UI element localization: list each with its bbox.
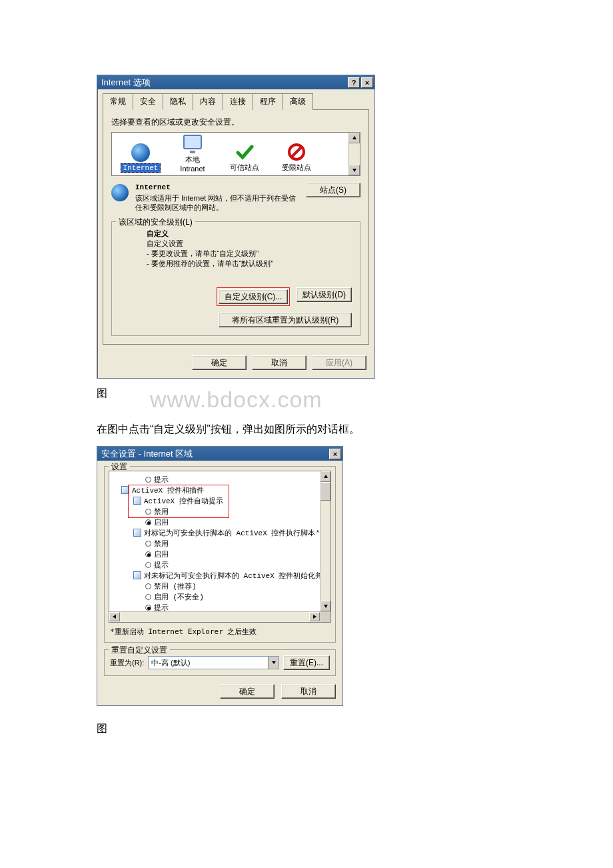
- reset-button[interactable]: 重置(E)...: [283, 655, 330, 670]
- dialog-title: Internet 选项: [101, 77, 346, 89]
- security-tab-panel: 选择要查看的区域或更改安全设置。 Internet 本地 Intranet 可信…: [103, 109, 369, 345]
- default-level-button[interactable]: 默认级别(D): [297, 287, 352, 302]
- radio-selected-icon: [145, 605, 151, 611]
- highlight-box: 自定义级别(C)...: [217, 287, 291, 306]
- ok-button[interactable]: 确定: [192, 355, 247, 370]
- dialog-button-row: 确定 取消: [104, 684, 336, 699]
- restricted-icon: [287, 143, 306, 161]
- radio-icon: [145, 541, 151, 547]
- tab-advanced[interactable]: 高级: [283, 93, 313, 110]
- group-icon: [121, 486, 129, 494]
- vertical-scrollbar[interactable]: [320, 471, 330, 611]
- radio-enable-unsafe[interactable]: 启用 (不安全): [109, 591, 330, 602]
- scroll-up-icon[interactable]: [320, 471, 330, 482]
- reset-custom-group: 重置自定义设置 重置为(R): 中-高 (默认) 重置(E)...: [104, 649, 336, 676]
- custom-level-button[interactable]: 自定义级别(C)...: [219, 289, 289, 304]
- zone-restricted-label: 受限站点: [282, 163, 311, 171]
- globe-icon: [111, 184, 129, 201]
- tab-content[interactable]: 内容: [193, 93, 223, 110]
- scroll-down-icon[interactable]: [320, 601, 330, 611]
- figure-caption-2: 图: [97, 722, 516, 736]
- security-settings-dialog: 安全设置 - Internet 区域 × 设置 提示 ActiveX 控件和插件…: [97, 446, 343, 706]
- reset-level-combo[interactable]: 中-高 (默认): [148, 656, 279, 669]
- radio-enable[interactable]: 启用: [109, 517, 330, 527]
- radio-icon: [145, 583, 151, 589]
- close-button[interactable]: ×: [361, 77, 373, 88]
- help-button[interactable]: ?: [348, 77, 360, 88]
- scroll-thumb[interactable]: [320, 482, 330, 501]
- cancel-button[interactable]: 取消: [281, 684, 336, 699]
- radio-icon: [145, 594, 151, 600]
- tab-security[interactable]: 安全: [133, 93, 163, 110]
- dialog-button-row: 确定 取消 应用(A): [97, 350, 374, 378]
- restart-note: *重新启动 Internet Explorer 之后生效: [110, 627, 330, 637]
- zone-desc-text: 该区域适用于 Internet 网站，但不适用于列在受信任和受限制区域中的网站。: [135, 193, 299, 212]
- radio-selected-icon: [145, 519, 151, 525]
- zone-list[interactable]: Internet 本地 Intranet 可信站点 受限站点: [111, 132, 360, 176]
- zone-intranet[interactable]: 本地 Intranet: [167, 133, 219, 173]
- settings-group: 设置 提示 ActiveX 控件和插件 ActiveX 控件自动提示 禁用 启用…: [104, 466, 336, 643]
- settings-tree[interactable]: 提示 ActiveX 控件和插件 ActiveX 控件自动提示 禁用 启用 对标…: [109, 471, 331, 623]
- internet-options-dialog: Internet 选项 ? × 常规 安全 隐私 内容 连接 程序 高级 选择要…: [97, 75, 375, 379]
- zone-description: Internet 该区域适用于 Internet 网站，但不适用于列在受信任和受…: [111, 183, 360, 212]
- radio-enable[interactable]: 启用: [109, 549, 330, 559]
- zone-restricted[interactable]: 受限站点: [271, 143, 322, 173]
- sites-button[interactable]: 站点(S): [306, 183, 360, 197]
- cancel-button[interactable]: 取消: [252, 355, 306, 370]
- scroll-corner: [320, 612, 330, 622]
- custom-level-text: 自定义 自定义设置 - 要更改设置，请单击“自定义级别” - 要使用推荐的设置，…: [147, 229, 352, 269]
- zone-intranet-label: 本地 Intranet: [180, 155, 205, 173]
- zone-trusted-label: 可信站点: [230, 163, 259, 171]
- apply-button[interactable]: 应用(A): [312, 355, 366, 370]
- dialog-title: 安全设置 - Internet 区域: [101, 448, 328, 460]
- chevron-down-icon[interactable]: [268, 657, 279, 669]
- radio-icon: [145, 509, 151, 515]
- titlebar: Internet 选项 ? ×: [97, 75, 374, 89]
- scroll-left-icon[interactable]: [109, 612, 120, 621]
- ok-button[interactable]: 确定: [220, 684, 275, 699]
- zone-internet-label: Internet: [121, 163, 161, 173]
- zone-select-label: 选择要查看的区域或更改安全设置。: [111, 117, 360, 128]
- custom-subtitle: 自定义设置: [147, 239, 352, 249]
- security-level-legend: 该区域的安全级别(L): [116, 217, 195, 228]
- group-icon: [133, 529, 141, 537]
- radio-prompt[interactable]: 提示: [109, 559, 330, 570]
- radio-icon: [145, 477, 151, 483]
- zone-desc-title: Internet: [135, 183, 299, 192]
- tab-general[interactable]: 常规: [103, 93, 133, 110]
- combo-value: 中-高 (默认): [151, 658, 190, 668]
- custom-line-2: - 要使用推荐的设置，请单击“默认级别”: [147, 259, 352, 269]
- scroll-up-icon[interactable]: [348, 133, 360, 143]
- monitor-icon: [183, 135, 202, 149]
- zone-internet[interactable]: Internet: [115, 143, 167, 173]
- radio-selected-icon: [145, 551, 151, 557]
- titlebar: 安全设置 - Internet 区域 ×: [97, 447, 342, 461]
- scroll-down-icon[interactable]: [348, 165, 360, 175]
- custom-line-1: - 要更改设置，请单击“自定义级别”: [147, 249, 352, 259]
- scroll-right-icon[interactable]: [309, 612, 320, 621]
- reset-to-label: 重置为(R):: [110, 658, 144, 668]
- instruction-text: 在图中点击“自定义级别”按钮，弹出如图所示的对话框。: [97, 423, 516, 437]
- tab-connections[interactable]: 连接: [223, 93, 253, 110]
- group-not-marked-safe: 对未标记为可安全执行脚本的 ActiveX 控件初始化并执: [109, 570, 330, 581]
- zone-scrollbar[interactable]: [348, 133, 360, 175]
- radio-prompt[interactable]: 提示: [109, 474, 330, 485]
- zone-trusted[interactable]: 可信站点: [219, 143, 271, 173]
- radio-disable-recommended[interactable]: 禁用 (推荐): [109, 581, 330, 591]
- tab-strip: 常规 安全 隐私 内容 连接 程序 高级: [97, 89, 374, 110]
- group-icon: [133, 497, 141, 505]
- globe-icon: [131, 143, 150, 162]
- radio-disable[interactable]: 禁用: [109, 506, 330, 517]
- svg-line-1: [291, 147, 302, 157]
- figure-caption-1: 图: [97, 387, 516, 401]
- radio-disable[interactable]: 禁用: [109, 538, 330, 549]
- radio-icon: [145, 562, 151, 568]
- tab-programs[interactable]: 程序: [253, 93, 283, 110]
- close-button[interactable]: ×: [329, 449, 341, 459]
- horizontal-scrollbar[interactable]: [109, 611, 330, 622]
- tab-privacy[interactable]: 隐私: [163, 93, 193, 110]
- reset-all-zones-button[interactable]: 将所有区域重置为默认级别(R): [219, 313, 352, 327]
- group-activex-auto: ActiveX 控件自动提示: [109, 495, 330, 506]
- check-icon: [235, 143, 254, 161]
- group-activex: ActiveX 控件和插件: [109, 485, 330, 495]
